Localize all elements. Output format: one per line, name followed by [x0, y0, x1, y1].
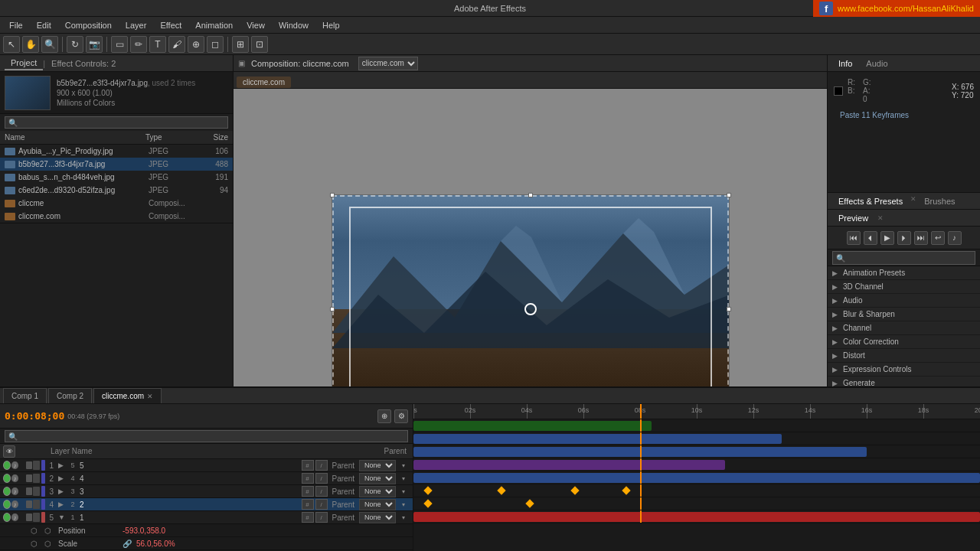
- track-bar[interactable]: [413, 473, 980, 483]
- layer-shy[interactable]: [33, 487, 39, 496]
- project-list-item[interactable]: babus_s...n_ch-d484veh.jpg JPEG 191: [0, 171, 233, 184]
- layer-switch2[interactable]: /: [315, 460, 328, 471]
- audio-tab[interactable]: Audio: [860, 57, 893, 70]
- rotate-tool[interactable]: ↻: [67, 36, 83, 53]
- select-tool[interactable]: ↖: [3, 36, 20, 53]
- layer-lock[interactable]: [26, 474, 32, 482]
- layer-expand[interactable]: ▼: [58, 514, 66, 521]
- layer-shy[interactable]: [33, 513, 39, 522]
- project-search-input[interactable]: [5, 116, 228, 129]
- menu-animation[interactable]: Animation: [189, 19, 239, 31]
- menu-effect[interactable]: Effect: [154, 19, 188, 31]
- track-bar[interactable]: [413, 434, 782, 444]
- layer-parent-dropdown[interactable]: ▾: [397, 499, 410, 510]
- keyframe[interactable]: [571, 486, 580, 494]
- text-tool[interactable]: T: [149, 36, 166, 53]
- comp-breadcrumb[interactable]: cliccme.com: [237, 77, 291, 88]
- new-comp-btn[interactable]: ⊕: [377, 409, 391, 423]
- layer-parent-dropdown[interactable]: ▾: [397, 473, 410, 484]
- layer-parent-dropdown[interactable]: ▾: [397, 460, 410, 471]
- layer-switch2[interactable]: /: [315, 512, 328, 523]
- layer-switch1[interactable]: #: [302, 486, 314, 497]
- tl-tab-close[interactable]: ✕: [147, 393, 153, 400]
- layer-switch1[interactable]: #: [302, 473, 314, 484]
- effects-search-input[interactable]: [832, 251, 975, 265]
- menu-layer[interactable]: Layer: [119, 19, 153, 31]
- project-list-item[interactable]: cliccme Composi...: [0, 197, 233, 210]
- menu-window[interactable]: Window: [273, 19, 315, 31]
- handle-ml[interactable]: [330, 307, 335, 311]
- layer-lock[interactable]: [26, 487, 32, 495]
- comp-select[interactable]: cliccme.com: [358, 57, 418, 70]
- puppet-tool[interactable]: ⊡: [251, 36, 268, 53]
- effect-category-item[interactable]: ▶Expression Controls: [828, 363, 980, 377]
- layer-parent-select[interactable]: None: [359, 499, 396, 510]
- position-label[interactable]: Position: [58, 527, 119, 535]
- timeline-layer-row[interactable]: ♪ 3 ▶ 3 3 # / Parent None ▾: [0, 485, 413, 498]
- layer-parent-select[interactable]: None: [359, 473, 396, 484]
- layer-eye-toggle[interactable]: [3, 487, 11, 496]
- rect-tool[interactable]: ▭: [111, 36, 128, 53]
- layer-switch2[interactable]: /: [315, 499, 328, 510]
- handle-tr[interactable]: [727, 193, 731, 197]
- playhead[interactable]: [640, 404, 642, 419]
- tl-tab-comp2[interactable]: Comp 2: [48, 388, 92, 403]
- paste-keyframes-btn[interactable]: Paste 11 Keyframes: [834, 106, 974, 124]
- layer-switch1[interactable]: #: [302, 512, 314, 523]
- handle-tl[interactable]: [330, 193, 335, 197]
- pen-tool[interactable]: ✏: [130, 36, 147, 53]
- project-list-item[interactable]: b5b9e27...3f3-d4jxr7a.jpg JPEG 488: [0, 158, 233, 171]
- skip-start-btn[interactable]: ⏮: [847, 231, 861, 245]
- layer-expand[interactable]: ▶: [58, 487, 66, 495]
- track-bar[interactable]: [413, 421, 652, 431]
- project-list-item[interactable]: c6ed2de...d9320-d52ifza.jpg JPEG 94: [0, 184, 233, 197]
- layer-lock[interactable]: [26, 514, 32, 521]
- project-list-item[interactable]: cliccme.com Composi...: [0, 210, 233, 223]
- layer-switch1[interactable]: #: [302, 460, 314, 471]
- effect-category-item[interactable]: ▶Distort: [828, 349, 980, 363]
- eye-col-header[interactable]: 👁: [3, 445, 15, 458]
- layer-eye-toggle[interactable]: [3, 461, 11, 470]
- camera-tool[interactable]: 📷: [86, 36, 103, 53]
- layer-eye-toggle[interactable]: [3, 500, 11, 509]
- layer-shy[interactable]: [33, 461, 39, 470]
- timeline-search-input[interactable]: [5, 430, 408, 442]
- project-tab[interactable]: Project: [5, 57, 43, 70]
- menu-file[interactable]: File: [3, 19, 29, 31]
- scale-label[interactable]: Scale: [58, 540, 119, 548]
- effect-category-item[interactable]: ▶Animation Presets: [828, 266, 980, 280]
- timeline-layer-row[interactable]: ♪ 1 ▶ 5 5 # / Parent None ▾: [0, 459, 413, 472]
- tl-tab-cliccme[interactable]: cliccme.com ✕: [93, 388, 162, 403]
- play-btn[interactable]: ▶: [880, 231, 894, 245]
- track-bar[interactable]: [413, 460, 725, 470]
- effect-category-item[interactable]: ▶Channel: [828, 321, 980, 335]
- keyframe[interactable]: [622, 486, 630, 494]
- menu-composition[interactable]: Composition: [59, 19, 118, 31]
- timeline-layer-row[interactable]: ♪ 4 ▶ 2 2 # / Parent None ▾: [0, 498, 413, 511]
- effect-category-item[interactable]: ▶Blur & Sharpen: [828, 308, 980, 321]
- layer-switch2[interactable]: /: [315, 473, 328, 484]
- info-tab[interactable]: Info: [832, 57, 858, 70]
- layer-audio[interactable]: ♪: [11, 474, 18, 482]
- layer-audio[interactable]: ♪: [11, 500, 18, 508]
- layer-audio[interactable]: ♪: [11, 487, 18, 495]
- menu-help[interactable]: Help: [316, 19, 346, 31]
- bg-bar[interactable]: [413, 512, 980, 522]
- clone-tool[interactable]: ⊕: [188, 36, 204, 53]
- layer-lock[interactable]: [26, 461, 32, 469]
- layer-eye-toggle[interactable]: [3, 513, 11, 522]
- keyframe[interactable]: [497, 486, 505, 494]
- layer-eye-toggle[interactable]: [3, 474, 11, 483]
- handle-tc[interactable]: [528, 193, 533, 197]
- brushes-tab[interactable]: Brushes: [918, 195, 961, 207]
- layer-parent-select[interactable]: None: [359, 486, 396, 497]
- audio-btn[interactable]: ♪: [948, 231, 962, 245]
- project-list-item[interactable]: Ayubia_...y_Pic_Prodigy.jpg JPEG 106: [0, 145, 233, 158]
- layer-switch2[interactable]: /: [315, 486, 328, 497]
- layer-audio[interactable]: ♪: [11, 514, 18, 521]
- handle-mr[interactable]: [727, 307, 731, 311]
- skip-end-btn[interactable]: ⏭: [914, 231, 928, 245]
- timeline-layer-row[interactable]: ♪ 2 ▶ 4 4 # / Parent None ▾: [0, 472, 413, 485]
- tl-tab-comp1[interactable]: Comp 1: [3, 388, 47, 403]
- menu-view[interactable]: View: [240, 19, 271, 31]
